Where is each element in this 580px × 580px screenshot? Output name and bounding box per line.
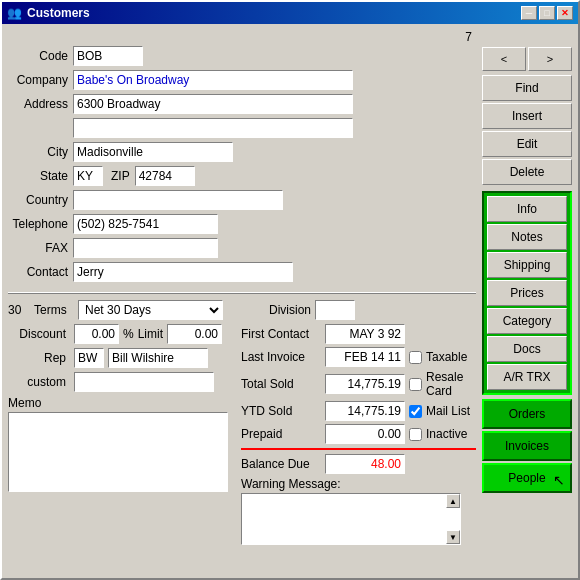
total-sold-label: Total Sold [241, 377, 321, 391]
warning-scroll-down[interactable]: ▼ [446, 530, 460, 544]
prev-button[interactable]: < [482, 47, 526, 71]
maximize-button[interactable]: □ [539, 6, 555, 20]
code-row: Code [8, 46, 476, 66]
bottom-right: Division First Contact Last Invoice [241, 300, 476, 545]
tab-group: Info Notes Shipping Prices Category Docs… [482, 191, 572, 395]
next-button[interactable]: > [528, 47, 572, 71]
division-label: Division [241, 303, 311, 317]
division-input[interactable] [315, 300, 355, 320]
country-row: Country [8, 190, 476, 210]
red-divider [241, 448, 476, 450]
first-contact-label: First Contact [241, 327, 321, 341]
custom-input[interactable] [74, 372, 214, 392]
limit-input[interactable] [167, 324, 222, 344]
code-input[interactable] [73, 46, 143, 66]
company-input[interactable] [73, 70, 353, 90]
warning-area: ▲ ▼ [241, 493, 461, 545]
telephone-row: Telephone [8, 214, 476, 234]
memo-section: Memo [8, 396, 235, 492]
ytd-sold-value[interactable] [325, 401, 405, 421]
address2-input[interactable] [73, 118, 353, 138]
city-row: City [8, 142, 476, 162]
city-input[interactable] [73, 142, 233, 162]
people-button[interactable]: People ↖ [482, 463, 572, 493]
mail-list-checkbox[interactable] [409, 405, 422, 418]
state-label: State [8, 169, 73, 183]
minimize-button[interactable]: ─ [521, 6, 537, 20]
address2-row [8, 118, 476, 138]
form-section: Code Company Address [8, 46, 476, 286]
insert-button[interactable]: Insert [482, 103, 572, 129]
fax-input[interactable] [73, 238, 218, 258]
balance-due-label: Balance Due [241, 457, 321, 471]
taxable-label: Taxable [426, 350, 467, 364]
record-num-display [482, 30, 572, 44]
limit-label: Limit [138, 327, 163, 341]
zip-input[interactable] [135, 166, 195, 186]
edit-button[interactable]: Edit [482, 131, 572, 157]
window-icon: 👥 [7, 6, 22, 20]
title-bar-buttons: ─ □ ✕ [521, 6, 573, 20]
discount-input[interactable] [74, 324, 119, 344]
divider [8, 292, 476, 294]
shipping-tab[interactable]: Shipping [487, 252, 567, 278]
city-label: City [8, 145, 73, 159]
warning-label: Warning Message: [241, 477, 476, 491]
rep-code-input[interactable] [74, 348, 104, 368]
terms-row: 30 Terms Net 30 Days [8, 300, 235, 320]
state-input[interactable] [73, 166, 103, 186]
close-button[interactable]: ✕ [557, 6, 573, 20]
company-row: Company [8, 70, 476, 90]
contact-label: Contact [8, 265, 73, 279]
country-input[interactable] [73, 190, 283, 210]
resale-card-checkbox[interactable] [409, 378, 422, 391]
last-invoice-value[interactable] [325, 347, 405, 367]
terms-select[interactable]: Net 30 Days [78, 300, 223, 320]
warning-scroll-up[interactable]: ▲ [446, 494, 460, 508]
custom-label: custom [8, 375, 70, 389]
warning-section: Warning Message: ▲ ▼ [241, 477, 476, 545]
memo-label: Memo [8, 396, 235, 410]
division-row: Division [241, 300, 476, 320]
docs-tab[interactable]: Docs [487, 336, 567, 362]
company-label: Company [8, 73, 73, 87]
find-button[interactable]: Find [482, 75, 572, 101]
custom-row: custom [8, 372, 235, 392]
terms-number: 30 [8, 303, 30, 317]
last-invoice-row: Last Invoice Taxable [241, 347, 476, 367]
state-zip-row: State ZIP [8, 166, 476, 186]
prepaid-value[interactable] [325, 424, 405, 444]
total-sold-value[interactable] [325, 374, 405, 394]
main-window: 👥 Customers ─ □ ✕ 7 Code [0, 0, 580, 580]
address-row: Address [8, 94, 476, 114]
prepaid-label: Prepaid [241, 427, 321, 441]
notes-tab[interactable]: Notes [487, 224, 567, 250]
window-title: Customers [27, 6, 90, 20]
rep-label: Rep [8, 351, 70, 365]
prices-tab[interactable]: Prices [487, 280, 567, 306]
artrx-tab[interactable]: A/R TRX [487, 364, 567, 390]
rep-name-input[interactable] [108, 348, 208, 368]
contact-row: Contact [8, 262, 476, 282]
balance-due-value[interactable] [325, 454, 405, 474]
contact-input[interactable] [73, 262, 293, 282]
resale-card-label: Resale Card [426, 370, 476, 398]
orders-button[interactable]: Orders [482, 399, 572, 429]
info-tab[interactable]: Info [487, 196, 567, 222]
percent-sign: % [123, 327, 134, 341]
code-label: Code [8, 49, 73, 63]
telephone-input[interactable] [73, 214, 218, 234]
right-column: < > Find Insert Edit Delete Info Notes S… [482, 30, 572, 576]
category-tab[interactable]: Category [487, 308, 567, 334]
discount-label: Discount [8, 327, 70, 341]
memo-textarea[interactable] [8, 412, 228, 492]
address-label: Address [8, 97, 73, 111]
mail-list-label: Mail List [426, 404, 470, 418]
taxable-checkbox[interactable] [409, 351, 422, 364]
inactive-checkbox[interactable] [409, 428, 422, 441]
first-contact-value[interactable] [325, 324, 405, 344]
invoices-button[interactable]: Invoices [482, 431, 572, 461]
address-input[interactable] [73, 94, 353, 114]
delete-button[interactable]: Delete [482, 159, 572, 185]
people-label: People [508, 471, 545, 485]
